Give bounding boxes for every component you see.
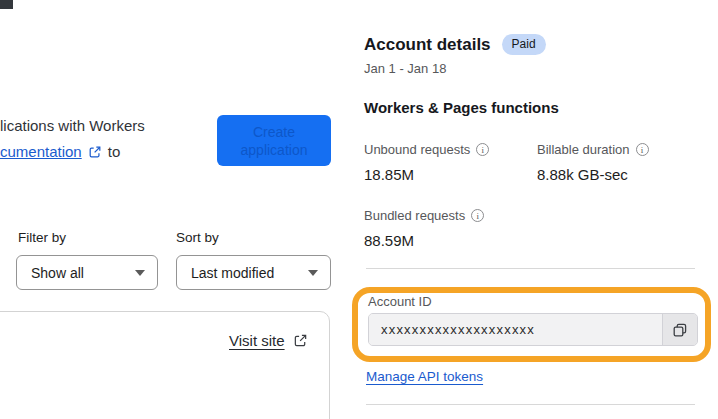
intro-text-suffix: to — [108, 143, 121, 160]
filter-by-label: Filter by — [18, 230, 66, 245]
stat-value: 88.59M — [364, 232, 484, 249]
paid-badge: Paid — [502, 34, 546, 55]
external-link-icon — [88, 145, 102, 159]
stat-label: Unbound requests — [364, 142, 470, 157]
project-card — [0, 311, 330, 419]
create-application-button[interactable]: Create application — [217, 115, 331, 166]
manage-api-tokens-wrap: Manage API tokens — [366, 367, 483, 385]
visit-site-link[interactable]: Visit site — [229, 332, 285, 349]
info-icon[interactable] — [476, 143, 489, 156]
info-icon[interactable] — [471, 209, 484, 222]
page-title: Account details — [364, 35, 491, 55]
divider — [366, 268, 695, 269]
stat-bundled-requests: Bundled requests 88.59M — [364, 208, 484, 249]
external-link-icon — [293, 333, 308, 348]
clipped-ui-fragment — [0, 0, 13, 9]
sort-select-value: Last modified — [191, 265, 274, 281]
documentation-link[interactable]: cumentation — [0, 143, 82, 160]
section-title: Workers & Pages functions — [364, 99, 559, 116]
filter-select-value: Show all — [31, 265, 84, 281]
stat-value: 18.85M — [364, 166, 489, 183]
stat-unbound-requests: Unbound requests 18.85M — [364, 142, 489, 183]
filter-select[interactable]: Show all — [16, 255, 158, 290]
intro-text-line2: cumentation to — [0, 143, 120, 160]
info-icon[interactable] — [636, 143, 649, 156]
account-id-label: Account ID — [368, 294, 432, 309]
stat-value: 8.88k GB-sec — [537, 166, 649, 183]
sort-select[interactable]: Last modified — [176, 255, 331, 290]
stat-label: Bundled requests — [364, 208, 465, 223]
stat-billable-duration: Billable duration 8.88k GB-sec — [537, 142, 649, 183]
divider — [366, 404, 695, 405]
date-range: Jan 1 - Jan 18 — [364, 61, 446, 76]
account-id-field-group — [368, 313, 698, 346]
copy-icon — [672, 322, 688, 338]
sort-by-label: Sort by — [176, 230, 219, 245]
visit-site-row: Visit site — [229, 332, 308, 349]
manage-api-tokens-link[interactable]: Manage API tokens — [366, 369, 483, 384]
copy-button[interactable] — [662, 314, 697, 345]
intro-text-line1: lications with Workers — [0, 117, 145, 134]
stat-label: Billable duration — [537, 142, 630, 157]
account-details-header: Account details Paid — [364, 34, 546, 55]
chevron-down-icon — [135, 270, 145, 276]
account-id-input[interactable] — [369, 314, 662, 345]
chevron-down-icon — [308, 270, 318, 276]
